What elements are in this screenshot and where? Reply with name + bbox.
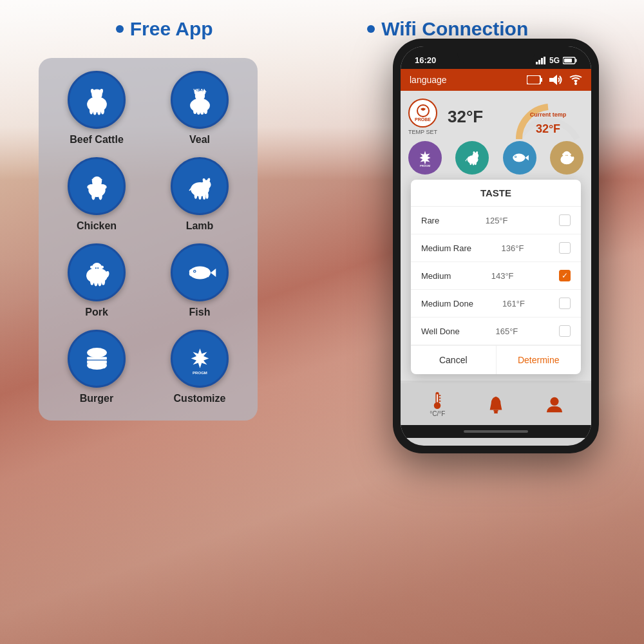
veal-circle[interactable]: VEAL: [171, 71, 229, 129]
svg-point-45: [94, 279, 98, 286]
determine-button[interactable]: Determine: [497, 346, 582, 374]
veal-icon: VEAL: [182, 82, 218, 118]
battery-icon: [563, 57, 577, 64]
svg-point-35: [205, 192, 208, 198]
burger-label: Burger: [80, 393, 113, 404]
taste-medium-rare-check[interactable]: [559, 242, 571, 254]
svg-text:32°F: 32°F: [536, 122, 560, 135]
status-icons: 5G: [536, 56, 577, 65]
taste-rare-check[interactable]: [559, 214, 571, 226]
svg-point-86: [515, 156, 516, 158]
svg-rect-59: [536, 62, 538, 64]
icons-grid: Beef Cattle VEAL: [55, 71, 242, 404]
phone-mockup: 16:20 5G: [386, 39, 605, 453]
svg-rect-66: [527, 75, 540, 84]
svg-rect-67: [541, 78, 543, 82]
wifi-icon: [569, 74, 582, 86]
app-header: language: [401, 69, 591, 91]
cancel-button[interactable]: Cancel: [411, 346, 497, 374]
burger-circle[interactable]: [68, 330, 126, 388]
taste-row-medium[interactable]: Medium 143°F: [411, 262, 581, 290]
svg-point-46: [98, 279, 102, 286]
pig-btn[interactable]: [550, 141, 583, 175]
taste-medium-rare-temp: 136°F: [502, 243, 524, 253]
pork-label: Pork: [85, 307, 108, 318]
beef-cattle-circle[interactable]: [68, 71, 126, 129]
icon-customize[interactable]: PROGM Customize: [158, 330, 242, 404]
temp-unit-label: °C/°F: [430, 410, 445, 417]
taste-row-medium-rare[interactable]: Medium Rare 136°F: [411, 234, 581, 262]
taste-medium-temp: 143°F: [491, 271, 514, 281]
fish-btn[interactable]: [503, 141, 536, 175]
icon-beef-cattle[interactable]: Beef Cattle: [55, 71, 138, 146]
svg-point-52: [194, 270, 195, 272]
probe-text: PROBE: [415, 117, 431, 122]
network-type: 5G: [549, 56, 560, 65]
svg-point-89: [564, 154, 569, 157]
thermometer-nav[interactable]: °C/°F: [428, 391, 446, 417]
pork-circle[interactable]: [68, 243, 126, 301]
fish-circle[interactable]: [171, 243, 229, 301]
profile-nav[interactable]: [545, 395, 564, 413]
svg-point-90: [565, 155, 567, 156]
svg-point-44: [90, 278, 94, 285]
svg-point-42: [90, 265, 94, 268]
phone-notch: [457, 46, 535, 64]
gauge: Current temp 32°F: [513, 97, 583, 136]
chicken-circle[interactable]: [68, 157, 126, 215]
icon-burger[interactable]: Burger: [55, 330, 138, 404]
taste-row-well-done[interactable]: Well Done 165°F: [411, 317, 581, 345]
lamb-btn[interactable]: [455, 141, 489, 175]
icon-lamb[interactable]: Lamb: [158, 157, 242, 232]
lamb-circle[interactable]: [171, 157, 229, 215]
bell-nav[interactable]: [487, 395, 505, 413]
svg-text:PROGM: PROGM: [420, 164, 431, 167]
taste-row-medium-done[interactable]: Medium Done 161°F: [411, 290, 581, 317]
svg-rect-97: [437, 394, 438, 402]
icon-veal[interactable]: VEAL Veal: [158, 71, 242, 146]
pig-small-icon: [556, 147, 577, 168]
taste-medium-rare-name: Medium Rare: [421, 243, 471, 253]
svg-point-24: [99, 193, 102, 200]
bell-nav-icon: [487, 395, 505, 413]
chicken-icon: [79, 169, 115, 204]
svg-point-14: [193, 108, 197, 114]
icon-pork[interactable]: Pork: [55, 243, 138, 318]
beef-cattle-label: Beef Cattle: [70, 134, 124, 146]
app-main: PROBE TEMP SET 32°F: [401, 91, 591, 381]
taste-well-done-check[interactable]: [559, 325, 571, 337]
svg-text:PROGM: PROGM: [193, 370, 207, 374]
gauge-visual: Current temp 32°F: [513, 97, 583, 142]
progm-icon: PROGM: [415, 147, 435, 168]
svg-marker-84: [525, 155, 528, 161]
taste-medium-done-check[interactable]: [559, 298, 571, 309]
icon-fish[interactable]: Fish: [158, 243, 242, 318]
icon-chicken[interactable]: Chicken: [55, 157, 138, 232]
svg-text:Current temp: Current temp: [530, 111, 567, 118]
svg-point-103: [550, 397, 558, 405]
svg-point-17: [204, 108, 207, 114]
free-app-header: Free App: [116, 18, 213, 40]
home-indicator: [401, 425, 591, 438]
svg-point-32: [194, 192, 196, 198]
gauge-svg: Current temp 32°F: [513, 97, 583, 142]
taste-medium-check[interactable]: [559, 270, 571, 281]
veal-label: Veal: [189, 134, 210, 146]
customize-label: Customize: [174, 393, 226, 404]
svg-point-56: [87, 361, 107, 369]
svg-point-28: [202, 180, 211, 189]
svg-point-8: [93, 106, 100, 111]
customize-circle[interactable]: PROGM: [171, 330, 229, 388]
svg-point-7: [100, 107, 104, 114]
svg-point-16: [200, 108, 204, 115]
taste-row-rare[interactable]: Rare 125°F: [411, 207, 581, 234]
progm-btn[interactable]: PROGM: [408, 141, 442, 175]
probe-box: PROBE TEMP SET: [408, 99, 437, 135]
temp-row: PROBE TEMP SET 32°F: [408, 97, 583, 136]
left-panel: Beef Cattle VEAL: [39, 58, 258, 421]
svg-rect-65: [564, 59, 572, 62]
app-bottom-nav: °C/°F: [401, 383, 591, 425]
svg-rect-57: [87, 363, 107, 365]
svg-line-79: [466, 158, 468, 161]
bullet-right: [367, 25, 375, 33]
